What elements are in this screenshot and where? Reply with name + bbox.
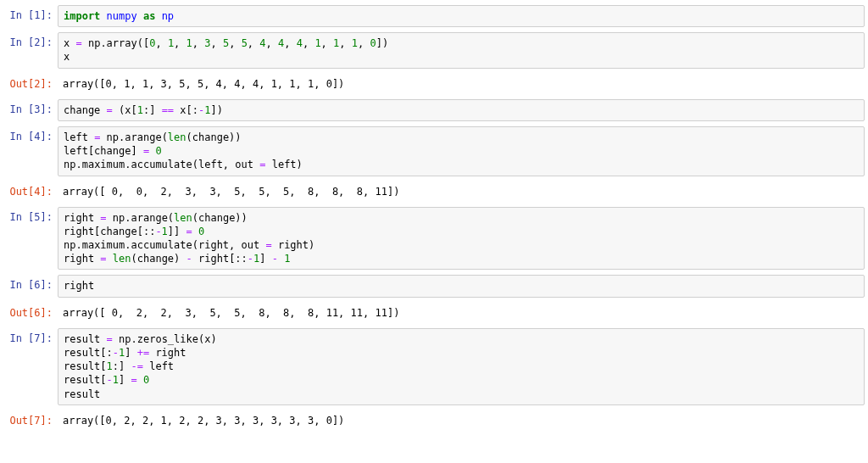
out-prompt: Out[7]: xyxy=(3,410,58,427)
code-input[interactable]: import numpy as np xyxy=(58,5,865,27)
in-prompt: In [5]: xyxy=(3,207,58,224)
code-input[interactable]: right xyxy=(58,275,865,297)
cell-4-out: Out[4]: array([ 0, 0, 2, 3, 3, 5, 5, 5, … xyxy=(3,181,865,202)
cell-7-out: Out[7]: array([0, 2, 2, 1, 2, 2, 3, 3, 3… xyxy=(3,410,865,431)
output-text: array([0, 1, 1, 3, 5, 5, 4, 4, 4, 1, 1, … xyxy=(58,74,865,94)
cell-2: In [2]: x = np.array([0, 1, 1, 3, 5, 5, … xyxy=(3,32,865,68)
output-text: array([0, 2, 2, 1, 2, 2, 3, 3, 3, 3, 3, … xyxy=(58,410,865,431)
cell-6: In [6]: right xyxy=(3,275,865,297)
in-prompt: In [7]: xyxy=(3,328,58,345)
in-prompt: In [1]: xyxy=(3,5,58,22)
cell-3: In [3]: change = (x[1:] == x[:-1]) xyxy=(3,99,865,121)
out-prompt: Out[4]: xyxy=(3,181,58,198)
in-prompt: In [3]: xyxy=(3,99,58,116)
out-prompt: Out[6]: xyxy=(3,303,58,320)
cell-4: In [4]: left = np.arange(len(change)) le… xyxy=(3,126,865,176)
cell-6-out: Out[6]: array([ 0, 2, 2, 3, 5, 5, 8, 8, … xyxy=(3,303,865,323)
code-input[interactable]: x = np.array([0, 1, 1, 3, 5, 5, 4, 4, 4,… xyxy=(58,32,865,68)
in-prompt: In [4]: xyxy=(3,126,58,143)
output-text: array([ 0, 2, 2, 3, 5, 5, 8, 8, 8, 11, 1… xyxy=(58,303,865,323)
cell-7: In [7]: result = np.zeros_like(x) result… xyxy=(3,328,865,405)
code-input[interactable]: right = np.arange(len(change)) right[cha… xyxy=(58,207,865,271)
cell-2-out: Out[2]: array([0, 1, 1, 3, 5, 5, 4, 4, 4… xyxy=(3,74,865,94)
cell-5: In [5]: right = np.arange(len(change)) r… xyxy=(3,207,865,271)
in-prompt: In [6]: xyxy=(3,275,58,292)
output-text: array([ 0, 0, 2, 3, 3, 5, 5, 5, 8, 8, 8,… xyxy=(58,181,865,202)
code-input[interactable]: result = np.zeros_like(x) result[:-1] +=… xyxy=(58,328,865,405)
code-input[interactable]: left = np.arange(len(change)) left[chang… xyxy=(58,126,865,176)
cell-1: In [1]: import numpy as np xyxy=(3,5,865,27)
out-prompt: Out[2]: xyxy=(3,74,58,91)
in-prompt: In [2]: xyxy=(3,32,58,49)
code-input[interactable]: change = (x[1:] == x[:-1]) xyxy=(58,99,865,121)
